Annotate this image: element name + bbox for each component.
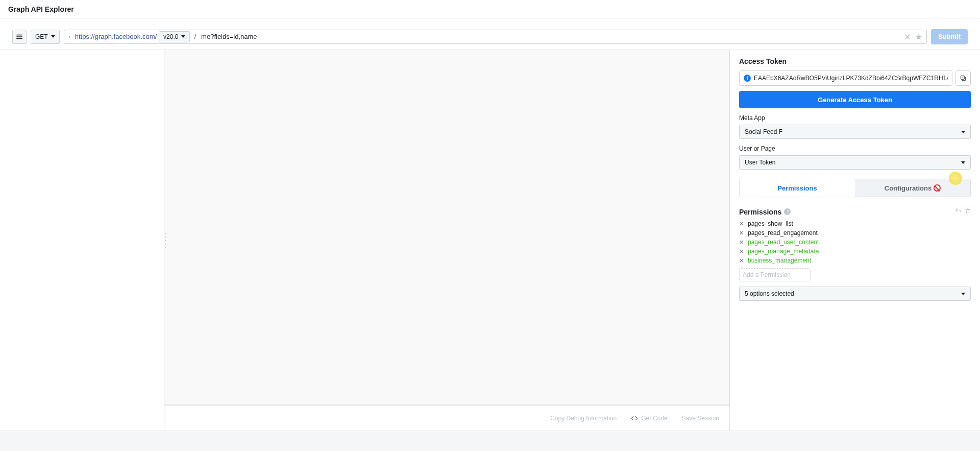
tab-permissions[interactable]: Permissions (740, 179, 855, 197)
http-method-label: GET (35, 33, 48, 40)
meta-app-selector[interactable]: Social Feed F (739, 125, 971, 139)
access-token-title: Access Token (739, 57, 971, 65)
token-row: i EAAEbX6AZAoRwBO5PViUginzLPK73KdZBbi64Z… (739, 70, 971, 86)
add-permission-input[interactable]: Add a Permission (739, 268, 811, 281)
footer (0, 431, 980, 451)
clear-path-button[interactable] (903, 32, 912, 41)
svg-rect-0 (962, 77, 966, 81)
api-version-label: v20.0 (163, 33, 178, 40)
permission-name: pages_manage_metadata (748, 248, 819, 255)
request-toolbar: GET ← https://graph.facebook.com/ v20.0 … (0, 23, 980, 50)
remove-permission-button[interactable]: ✕ (739, 230, 745, 236)
user-or-page-selector[interactable]: User Token (739, 155, 971, 170)
caret-down-icon (181, 35, 185, 38)
copy-debug-info-button[interactable]: Copy Debug Information (550, 415, 617, 422)
caret-down-icon (961, 293, 965, 295)
permissions-list: ✕ pages_show_list ✕ pages_read_engagemen… (739, 220, 971, 264)
splitter-handle[interactable] (164, 233, 167, 248)
clear-permissions-button[interactable] (965, 207, 971, 216)
hamburger-icon (16, 33, 23, 40)
get-code-button[interactable]: Get Code (631, 415, 667, 422)
access-token-field[interactable]: i EAAEbX6AZAoRwBO5PViUginzLPK73KdZBbi64Z… (739, 70, 952, 86)
code-icon (631, 415, 638, 422)
help-icon[interactable]: ? (784, 208, 791, 215)
permissions-title: Permissions (739, 208, 781, 216)
permission-name: business_management (748, 257, 811, 264)
close-icon (905, 34, 910, 39)
path-input[interactable] (200, 31, 901, 42)
app-header: Graph API Explorer (0, 0, 980, 18)
access-token-value: EAAEbX6AZAoRwBO5PViUginzLPK73KdZBbi64ZCS… (754, 75, 948, 82)
remove-permission-button[interactable]: ✕ (739, 248, 745, 255)
save-session-button[interactable]: Save Session (682, 415, 719, 422)
svg-rect-1 (961, 76, 964, 79)
caret-down-icon (961, 131, 965, 133)
arrow-left-icon: ← (67, 33, 74, 40)
undo-icon (954, 207, 962, 215)
no-entry-icon (934, 184, 941, 192)
cursor-highlight (949, 172, 962, 185)
path-separator: / (192, 33, 198, 40)
base-url-text: https://graph.facebook.com/ (75, 33, 157, 40)
main-content: Copy Debug Information Get Code Save Ses… (0, 50, 980, 431)
permission-item: ✕ business_management (739, 257, 971, 264)
caret-down-icon (51, 35, 55, 38)
url-bar: ← https://graph.facebook.com/ v20.0 / (64, 30, 927, 44)
info-icon: i (744, 75, 751, 82)
undo-permissions-button[interactable] (954, 207, 962, 216)
copy-icon (960, 75, 967, 82)
remove-permission-button[interactable]: ✕ (739, 221, 745, 227)
http-method-selector[interactable]: GET (31, 30, 60, 44)
permission-name: pages_read_engagement (748, 229, 818, 236)
get-code-label: Get Code (641, 415, 667, 422)
permission-item: ✕ pages_read_user_content (739, 239, 971, 246)
add-permission-placeholder: Add a Permission (743, 271, 791, 278)
api-version-selector[interactable]: v20.0 (159, 31, 190, 42)
tab-row: Permissions Configurations (739, 179, 971, 197)
user-or-page-value: User Token (745, 159, 775, 166)
permission-name: pages_show_list (748, 220, 793, 227)
copy-token-button[interactable] (955, 70, 971, 86)
remove-permission-button[interactable]: ✕ (739, 239, 745, 246)
permission-name: pages_read_user_content (748, 239, 819, 246)
page-title: Graph API Explorer (8, 5, 74, 13)
menu-button[interactable] (12, 30, 27, 44)
trash-icon (965, 207, 971, 215)
favorite-button[interactable] (914, 32, 923, 41)
star-icon (915, 33, 922, 40)
permissions-header: Permissions ? (739, 207, 971, 216)
options-selected-dropdown[interactable]: 5 options selected (739, 287, 971, 301)
meta-app-value: Social Feed F (745, 128, 782, 135)
save-session-label: Save Session (682, 415, 719, 422)
permission-item: ✕ pages_show_list (739, 220, 971, 227)
right-pane: Access Token i EAAEbX6AZAoRwBO5PViUginzL… (730, 50, 980, 431)
submit-button[interactable]: Submit (931, 29, 968, 44)
center-pane: Copy Debug Information Get Code Save Ses… (164, 50, 730, 431)
left-pane (0, 50, 164, 431)
permissions-actions (954, 207, 971, 216)
response-actions: Copy Debug Information Get Code Save Ses… (164, 405, 729, 431)
copy-debug-label: Copy Debug Information (550, 415, 617, 422)
response-body (164, 50, 729, 405)
tab-configurations-label: Configurations (885, 184, 932, 192)
meta-app-label: Meta App (739, 114, 971, 122)
base-url-link[interactable]: ← https://graph.facebook.com/ (67, 33, 157, 40)
permission-item: ✕ pages_read_engagement (739, 229, 971, 236)
options-selected-label: 5 options selected (745, 290, 794, 297)
generate-token-button[interactable]: Generate Access Token (739, 91, 971, 108)
remove-permission-button[interactable]: ✕ (739, 257, 745, 264)
caret-down-icon (961, 161, 965, 164)
permission-item: ✕ pages_manage_metadata (739, 248, 971, 255)
user-or-page-label: User or Page (739, 145, 971, 152)
tab-permissions-label: Permissions (777, 184, 817, 192)
